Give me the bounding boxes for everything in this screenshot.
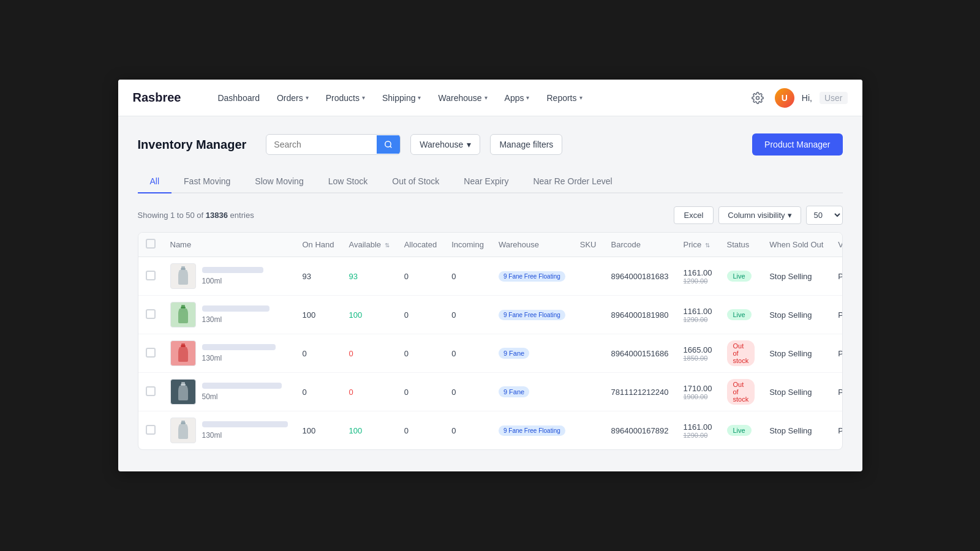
warehouse-filter-button[interactable]: Warehouse ▾: [410, 134, 480, 155]
avatar[interactable]: U: [775, 88, 794, 108]
col-incoming: Incoming: [444, 233, 491, 257]
tab-out-of-stock[interactable]: Out of Stock: [380, 170, 451, 193]
allocated-value: 0: [397, 296, 444, 334]
product-image: [170, 340, 196, 366]
warehouse-badge: 9 Fane: [499, 386, 529, 397]
status-value: Live: [720, 411, 763, 450]
col-barcode: Barcode: [604, 233, 676, 257]
nav-apps-label: Apps: [505, 93, 524, 103]
price-value: 1710.00 1900.00: [676, 373, 720, 411]
product-name-row: 50ml: [202, 383, 282, 401]
tab-near-expiry[interactable]: Near Expiry: [451, 170, 521, 193]
price-sort-icon[interactable]: ⇅: [705, 242, 710, 249]
nav-orders[interactable]: Orders ▾: [270, 88, 316, 108]
tab-near-reorder[interactable]: Near Re Order Level: [521, 170, 624, 193]
product-name-row: 100ml: [202, 267, 263, 285]
svg-rect-4: [181, 268, 186, 270]
row-checkbox[interactable]: [146, 348, 156, 358]
product-cell: 100ml: [170, 263, 288, 289]
col-status: Status: [720, 233, 763, 257]
product-variant: 130ml: [202, 354, 276, 362]
row-checkbox[interactable]: [146, 386, 156, 396]
search-button[interactable]: [377, 135, 400, 154]
product-image: [170, 263, 196, 289]
warehouse-value: 9 Fane Free Floating: [491, 296, 573, 334]
table-row: 130ml 0 0 0 0 9 Fane 8964000151686 1665.…: [138, 334, 843, 373]
col-on-hand: On Hand: [295, 233, 342, 257]
vendor-value: Plushn: [831, 296, 842, 334]
excel-button[interactable]: Excel: [674, 206, 714, 224]
tab-fast-moving[interactable]: Fast Moving: [172, 170, 243, 193]
on-hand-value: 0: [295, 373, 342, 411]
product-variant: 50ml: [202, 392, 282, 401]
nav-right: U Hi, User: [748, 88, 848, 108]
column-visibility-chevron-icon: ▾: [788, 211, 792, 220]
barcode-value: 8964000167892: [604, 411, 676, 450]
sku-value: [573, 373, 604, 411]
product-name-blurred: [202, 305, 270, 312]
incoming-value: 0: [444, 257, 491, 296]
price-value: 1161.00 1290.00: [676, 296, 720, 334]
product-image: [170, 302, 196, 328]
available-value: 93: [342, 257, 397, 296]
nav-warehouse[interactable]: Warehouse ▾: [431, 88, 494, 108]
settings-icon[interactable]: [748, 88, 767, 108]
incoming-value: 0: [444, 411, 491, 450]
table-row: 130ml 100 100 0 0 9 Fane Free Floating 8…: [138, 296, 843, 334]
incoming-value: 0: [444, 334, 491, 373]
warehouse-badge: 9 Fane Free Floating: [499, 271, 565, 282]
product-image: [170, 418, 196, 443]
row-checkbox[interactable]: [146, 425, 156, 435]
column-visibility-button[interactable]: Column visibility ▾: [718, 206, 801, 224]
col-sku: SKU: [573, 233, 604, 257]
barcode-value: 8964000151686: [604, 334, 676, 373]
products-chevron-icon: ▾: [362, 94, 365, 101]
allocated-value: 0: [397, 257, 444, 296]
tab-low-stock[interactable]: Low Stock: [316, 170, 380, 193]
table-toolbar: Showing 1 to 50 of 13836 entries Excel C…: [138, 206, 843, 225]
manage-filters-button[interactable]: Manage filters: [490, 134, 562, 155]
product-name-blurred: [202, 267, 263, 273]
nav-reports[interactable]: Reports ▾: [539, 88, 589, 108]
allocated-value: 0: [397, 373, 444, 411]
apps-chevron-icon: ▾: [526, 94, 529, 101]
warehouse-badge: 9 Fane Free Floating: [499, 310, 565, 320]
navbar: Rasbree Dashboard Orders ▾ Products ▾ Sh…: [118, 80, 862, 116]
product-variant: 100ml: [202, 277, 263, 285]
row-checkbox[interactable]: [146, 309, 156, 319]
svg-rect-8: [181, 345, 186, 347]
row-checkbox[interactable]: [146, 271, 156, 280]
shipping-chevron-icon: ▾: [418, 94, 421, 101]
product-variant: 130ml: [202, 315, 270, 324]
product-cell: 130ml: [170, 302, 288, 328]
reports-chevron-icon: ▾: [579, 94, 582, 101]
page-size-select[interactable]: 50 100 200: [806, 206, 843, 225]
warehouse-value: 9 Fane Free Floating: [491, 411, 573, 450]
warehouse-chevron-icon: ▾: [467, 140, 471, 149]
nav-dashboard[interactable]: Dashboard: [210, 88, 267, 108]
nav-products-label: Products: [326, 93, 360, 103]
search-input[interactable]: [266, 135, 377, 154]
select-all-checkbox[interactable]: [146, 239, 156, 249]
warehouse-value: 9 Fane: [491, 334, 573, 373]
tabs: All Fast Moving Slow Moving Low Stock Ou…: [138, 170, 843, 193]
nav-warehouse-label: Warehouse: [438, 93, 481, 103]
nav-shipping[interactable]: Shipping ▾: [375, 88, 429, 108]
nav-reports-label: Reports: [546, 93, 576, 103]
svg-rect-10: [181, 384, 186, 386]
nav-products[interactable]: Products ▾: [318, 88, 372, 108]
product-manager-button[interactable]: Product Manager: [752, 133, 842, 156]
tab-all[interactable]: All: [138, 170, 172, 193]
nav-shipping-label: Shipping: [382, 93, 416, 103]
col-name: Name: [163, 233, 295, 257]
tab-slow-moving[interactable]: Slow Moving: [243, 170, 315, 193]
incoming-value: 0: [444, 373, 491, 411]
nav-dashboard-label: Dashboard: [217, 93, 260, 103]
nav-apps[interactable]: Apps ▾: [497, 88, 537, 108]
available-value: 100: [342, 296, 397, 334]
warehouse-badge: 9 Fane Free Floating: [499, 425, 565, 436]
status-badge: Live: [727, 425, 752, 436]
page-header: Inventory Manager Warehouse ▾ Manage fil…: [138, 133, 843, 156]
sku-value: [573, 296, 604, 334]
available-sort-icon[interactable]: ⇅: [385, 242, 390, 249]
